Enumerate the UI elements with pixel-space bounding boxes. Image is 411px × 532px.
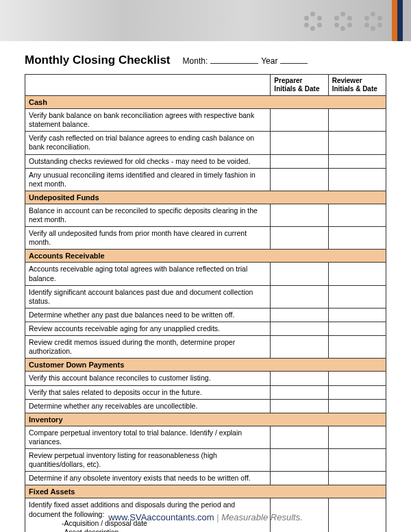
section-title: Cash xyxy=(25,96,386,109)
header-ornament-dots xyxy=(303,10,384,31)
section-title: Inventory xyxy=(25,413,386,426)
month-label: Month: xyxy=(183,56,208,66)
reviewer-cell[interactable] xyxy=(328,449,386,472)
section-title: Accounts Receivable xyxy=(25,250,386,263)
footer: www.SVAaccountants.com | Measurable Resu… xyxy=(0,512,411,522)
item-text: Compare perpetual inventory total to tri… xyxy=(25,426,271,448)
stripe-orange xyxy=(392,0,397,41)
reviewer-cell[interactable] xyxy=(328,109,386,132)
reviewer-cell[interactable] xyxy=(328,372,386,385)
footer-tagline: Measurable Results. xyxy=(221,512,303,522)
table-row: Verify that sales related to deposits oc… xyxy=(25,385,386,399)
table-row: Identify significant account balances pa… xyxy=(25,285,386,308)
section-title: Fixed Assets xyxy=(25,485,386,498)
preparer-cell[interactable] xyxy=(271,372,328,385)
section-title: Customer Down Payments xyxy=(25,359,386,372)
section-head: Cash xyxy=(25,96,386,109)
table-row: Outstanding checks reviewed for old chec… xyxy=(25,154,386,168)
item-text: Accounts receivable aging total agrees w… xyxy=(25,263,271,285)
header-stripes xyxy=(392,0,403,41)
preparer-cell[interactable] xyxy=(271,399,328,413)
content-area: Monthly Closing Checklist Month: Year Pr… xyxy=(0,41,411,532)
reviewer-cell[interactable] xyxy=(328,154,386,168)
table-row: Any unusual reconciling items identified… xyxy=(25,168,386,191)
item-text: Any unusual reconciling items identified… xyxy=(25,168,271,191)
section-head: Fixed Assets xyxy=(25,485,386,498)
item-text: Verify this account balance reconciles t… xyxy=(25,372,271,385)
preparer-cell[interactable] xyxy=(271,132,328,154)
stripe-blue xyxy=(397,0,403,41)
preparer-cell[interactable] xyxy=(271,109,328,132)
year-input-line[interactable] xyxy=(280,56,308,64)
checklist-table: Preparer Initials & Date Reviewer Initia… xyxy=(25,74,386,532)
item-text: Determine if any obsolete inventory exis… xyxy=(25,472,271,485)
table-row: Verify bank balance on bank reconciliati… xyxy=(25,109,386,132)
reviewer-cell[interactable] xyxy=(328,227,386,250)
item-text: Review accounts receivable aging for any… xyxy=(25,322,271,336)
reviewer-cell[interactable] xyxy=(328,263,386,285)
section-title: Undeposited Funds xyxy=(25,191,386,204)
reviewer-cell[interactable] xyxy=(328,204,386,226)
item-text: Verify cash reflected on trial balance a… xyxy=(25,132,271,154)
item-text: Outstanding checks reviewed for old chec… xyxy=(25,154,271,168)
footer-site: www.SVAaccountants.com xyxy=(108,512,214,522)
table-row: Compare perpetual inventory total to tri… xyxy=(25,426,386,448)
table-row: Verify cash reflected on trial balance a… xyxy=(25,132,386,154)
item-text: Review credit memos issued during the mo… xyxy=(25,336,271,359)
item-text: Determine whether any past due balances … xyxy=(25,308,271,322)
reviewer-cell[interactable] xyxy=(328,399,386,413)
reviewer-cell[interactable] xyxy=(328,168,386,191)
reviewer-cell[interactable] xyxy=(328,336,386,359)
reviewer-cell[interactable] xyxy=(328,426,386,448)
table-row: Review perpetual inventory listing for r… xyxy=(25,449,386,472)
section-head: Customer Down Payments xyxy=(25,359,386,372)
reviewer-cell[interactable] xyxy=(328,322,386,336)
preparer-cell[interactable] xyxy=(271,336,328,359)
reviewer-cell[interactable] xyxy=(328,385,386,399)
col-reviewer: Reviewer Initials & Date xyxy=(328,75,386,96)
table-row: Determine whether any past due balances … xyxy=(25,308,386,322)
preparer-cell[interactable] xyxy=(271,263,328,285)
item-text: Review perpetual inventory listing for r… xyxy=(25,449,271,472)
reviewer-cell[interactable] xyxy=(328,472,386,485)
item-text: Balance in account can be reconciled to … xyxy=(25,204,271,226)
reviewer-cell[interactable] xyxy=(328,308,386,322)
table-row: Review credit memos issued during the mo… xyxy=(25,336,386,359)
preparer-cell[interactable] xyxy=(271,285,328,308)
header-band xyxy=(0,0,411,41)
preparer-cell[interactable] xyxy=(271,204,328,226)
table-row: Determine if any obsolete inventory exis… xyxy=(25,472,386,485)
table-row: Verify all undeposited funds from prior … xyxy=(25,227,386,250)
section-head: Inventory xyxy=(25,413,386,426)
item-text: Verify bank balance on bank reconciliati… xyxy=(25,109,271,132)
header-row: Preparer Initials & Date Reviewer Initia… xyxy=(25,75,386,96)
title-row: Monthly Closing Checklist Month: Year xyxy=(25,53,386,67)
reviewer-cell[interactable] xyxy=(328,285,386,308)
table-row: Review accounts receivable aging for any… xyxy=(25,322,386,336)
preparer-cell[interactable] xyxy=(271,322,328,336)
page-title: Monthly Closing Checklist xyxy=(25,53,171,67)
preparer-cell[interactable] xyxy=(271,426,328,448)
table-row: Balance in account can be reconciled to … xyxy=(25,204,386,226)
table-row: Accounts receivable aging total agrees w… xyxy=(25,263,386,285)
section-head: Accounts Receivable xyxy=(25,250,386,263)
reviewer-cell[interactable] xyxy=(328,132,386,154)
year-label: Year xyxy=(261,56,277,66)
preparer-cell[interactable] xyxy=(271,472,328,485)
table-row: Determine whether any receivables are un… xyxy=(25,399,386,413)
section-head: Undeposited Funds xyxy=(25,191,386,204)
preparer-cell[interactable] xyxy=(271,154,328,168)
preparer-cell[interactable] xyxy=(271,168,328,191)
preparer-cell[interactable] xyxy=(271,385,328,399)
col-description xyxy=(25,75,271,96)
preparer-cell[interactable] xyxy=(271,449,328,472)
table-row: Verify this account balance reconciles t… xyxy=(25,372,386,385)
item-text: Identify significant account balances pa… xyxy=(25,285,271,308)
preparer-cell[interactable] xyxy=(271,227,328,250)
month-input-line[interactable] xyxy=(210,56,258,64)
date-fields: Month: Year xyxy=(183,56,308,66)
item-text: Determine whether any receivables are un… xyxy=(25,399,271,413)
preparer-cell[interactable] xyxy=(271,308,328,322)
item-text: Verify all undeposited funds from prior … xyxy=(25,227,271,250)
item-text: Verify that sales related to deposits oc… xyxy=(25,385,271,399)
